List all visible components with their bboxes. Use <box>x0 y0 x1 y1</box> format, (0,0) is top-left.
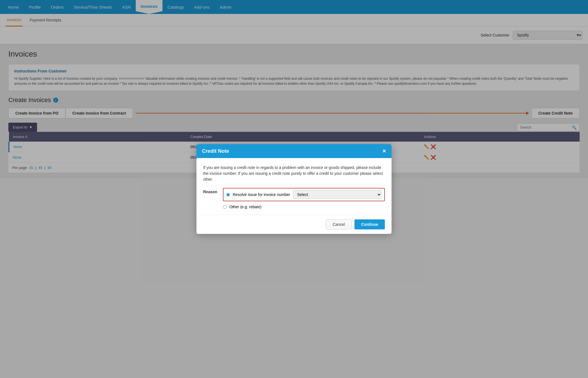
credit-note-modal: Credit Note × If you are issuing a credi… <box>196 144 392 178</box>
modal-header: Credit Note × <box>196 144 392 158</box>
modal-overlay[interactable]: Credit Note × If you are issuing a credi… <box>0 0 588 178</box>
modal-title: Credit Note <box>202 148 229 154</box>
modal-body: If you are issuing a credit note in rega… <box>196 158 392 178</box>
modal-description: If you are issuing a credit note in rega… <box>203 165 385 178</box>
modal-close-button[interactable]: × <box>382 148 386 154</box>
